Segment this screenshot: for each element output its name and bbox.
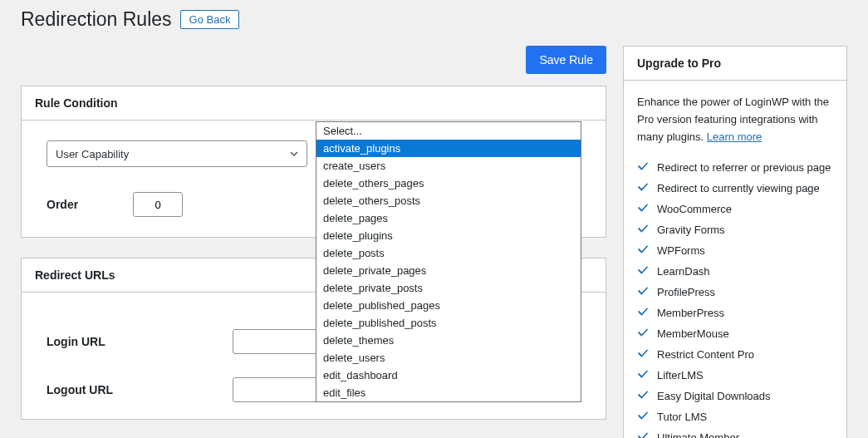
- page-title: Redirection Rules: [21, 8, 172, 31]
- check-icon: [637, 202, 649, 216]
- feature-label: Ultimate Member: [657, 431, 739, 438]
- feature-label: WooCommerce: [657, 203, 732, 215]
- feature-item: LifterLMS: [637, 365, 833, 386]
- check-icon: [637, 244, 649, 258]
- dropdown-item[interactable]: delete_posts: [316, 244, 581, 262]
- condition-type-select[interactable]: User Capability: [47, 140, 307, 167]
- dropdown-item[interactable]: edit_dashboard: [316, 367, 581, 384]
- capability-dropdown[interactable]: Select...activate_pluginscreate_usersdel…: [316, 121, 581, 402]
- feature-item: WooCommerce: [637, 199, 833, 219]
- order-input[interactable]: [133, 192, 183, 217]
- feature-item: ProfilePress: [637, 282, 833, 303]
- go-back-button[interactable]: Go Back: [180, 10, 240, 29]
- feature-label: ProfilePress: [657, 286, 715, 298]
- check-icon: [637, 264, 649, 278]
- check-icon: [637, 181, 649, 195]
- dropdown-item[interactable]: delete_others_pages: [316, 175, 581, 192]
- check-icon: [637, 306, 649, 320]
- feature-item: MemberMouse: [637, 323, 833, 344]
- feature-item: Redirect to referrer or previous page: [637, 157, 833, 178]
- check-icon: [637, 160, 649, 175]
- feature-item: WPForms: [637, 240, 833, 261]
- check-icon: [637, 431, 649, 438]
- feature-item: MemberPress: [637, 303, 833, 323]
- dropdown-item[interactable]: activate_plugins: [316, 140, 581, 157]
- check-icon: [637, 389, 649, 403]
- dropdown-item[interactable]: edit_others_pages: [316, 401, 581, 402]
- dropdown-item[interactable]: delete_published_pages: [316, 297, 581, 314]
- feature-label: LifterLMS: [657, 369, 704, 381]
- dropdown-item[interactable]: edit_files: [316, 384, 581, 401]
- upgrade-title: Upgrade to Pro: [624, 47, 846, 81]
- check-icon: [637, 223, 649, 237]
- dropdown-item[interactable]: delete_private_posts: [316, 279, 581, 297]
- feature-label: Restrict Content Pro: [657, 348, 754, 361]
- dropdown-item[interactable]: Select...: [316, 122, 581, 140]
- dropdown-item[interactable]: delete_users: [316, 349, 581, 367]
- feature-label: Redirect to referrer or previous page: [657, 161, 831, 174]
- feature-item: Restrict Content Pro: [637, 344, 833, 365]
- upgrade-panel: Upgrade to Pro Enhance the power of Logi…: [623, 46, 847, 438]
- login-url-label: Login URL: [47, 335, 233, 348]
- feature-label: LearnDash: [657, 265, 710, 278]
- feature-label: MemberPress: [657, 307, 724, 319]
- save-rule-button[interactable]: Save Rule: [526, 46, 606, 74]
- dropdown-item[interactable]: delete_pages: [316, 209, 581, 227]
- order-label: Order: [47, 198, 78, 211]
- feature-label: Tutor LMS: [657, 411, 707, 423]
- logout-url-label: Logout URL: [47, 383, 233, 396]
- dropdown-item[interactable]: create_users: [316, 157, 581, 175]
- upgrade-description: Enhance the power of LoginWP with the Pr…: [637, 94, 833, 145]
- feature-item: LearnDash: [637, 261, 833, 282]
- feature-item: Redirect to currently viewing page: [637, 178, 833, 199]
- dropdown-item[interactable]: delete_published_posts: [316, 314, 581, 332]
- dropdown-item[interactable]: delete_themes: [316, 332, 581, 349]
- feature-item: Ultimate Member: [637, 427, 833, 438]
- check-icon: [637, 285, 649, 299]
- learn-more-link[interactable]: Learn more: [707, 130, 762, 143]
- feature-label: Redirect to currently viewing page: [657, 182, 820, 194]
- feature-label: Easy Digital Downloads: [657, 390, 771, 402]
- feature-label: Gravity Forms: [657, 224, 725, 236]
- feature-item: Gravity Forms: [637, 219, 833, 240]
- feature-item: Easy Digital Downloads: [637, 386, 833, 406]
- check-icon: [637, 410, 649, 424]
- feature-label: MemberMouse: [657, 327, 729, 340]
- dropdown-item[interactable]: delete_private_pages: [316, 262, 581, 279]
- rule-condition-title: Rule Condition: [22, 86, 606, 121]
- check-icon: [637, 347, 649, 362]
- dropdown-item[interactable]: delete_plugins: [316, 227, 581, 244]
- dropdown-item[interactable]: delete_others_posts: [316, 192, 581, 209]
- feature-item: Tutor LMS: [637, 406, 833, 427]
- check-icon: [637, 327, 649, 341]
- feature-label: WPForms: [657, 244, 705, 257]
- check-icon: [637, 368, 649, 382]
